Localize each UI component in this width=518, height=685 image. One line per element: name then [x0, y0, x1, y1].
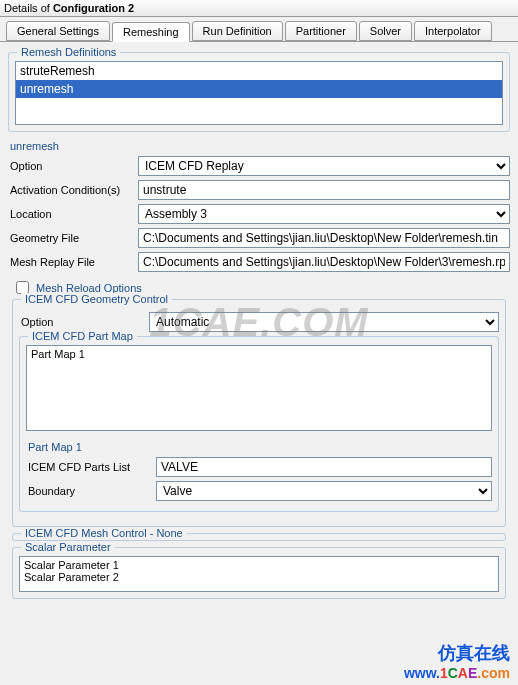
remeshing-panel: Remesh Definitions struteRemesh unremesh… — [0, 42, 518, 613]
parts-list-label: ICEM CFD Parts List — [26, 461, 156, 473]
parts-list-row: ICEM CFD Parts List — [26, 457, 492, 477]
part-map-subsection-title: Part Map 1 — [28, 441, 492, 453]
location-select[interactable]: Assembly 3 — [138, 204, 510, 224]
mesh-reload-label: Mesh Reload Options — [36, 282, 142, 294]
tab-remeshing[interactable]: Remeshing — [112, 22, 190, 42]
activation-row: Activation Condition(s) — [8, 180, 510, 200]
tab-solver[interactable]: Solver — [359, 21, 412, 41]
location-label: Location — [8, 208, 138, 220]
list-item[interactable]: Scalar Parameter 2 — [24, 571, 494, 583]
footer-brand: 仿真在线 www.1CAE.com — [404, 641, 510, 681]
geometry-file-row: Geometry File — [8, 228, 510, 248]
remesh-definitions-legend: Remesh Definitions — [17, 46, 120, 58]
part-map-legend: ICEM CFD Part Map — [28, 330, 137, 342]
unremesh-section-title: unremesh — [10, 140, 510, 152]
geometry-file-input[interactable] — [138, 228, 510, 248]
tab-run-definition[interactable]: Run Definition — [192, 21, 283, 41]
part-map-group: ICEM CFD Part Map Part Map 1 Part Map 1 … — [19, 336, 499, 512]
activation-label: Activation Condition(s) — [8, 184, 138, 196]
mesh-control-legend: ICEM CFD Mesh Control - None — [21, 527, 187, 539]
activation-input[interactable] — [138, 180, 510, 200]
boundary-row: Boundary Valve — [26, 481, 492, 501]
scalar-parameter-list[interactable]: Scalar Parameter 1 Scalar Parameter 2 — [19, 556, 499, 592]
geom-option-label: Option — [19, 316, 149, 328]
list-item[interactable]: Scalar Parameter 1 — [24, 559, 494, 571]
geometry-file-label: Geometry File — [8, 232, 138, 244]
boundary-select[interactable]: Valve — [156, 481, 492, 501]
mesh-control-group: ICEM CFD Mesh Control - None — [12, 533, 506, 541]
option-label: Option — [8, 160, 138, 172]
list-item[interactable]: struteRemesh — [16, 62, 502, 80]
mesh-replay-file-row: Mesh Replay File — [8, 252, 510, 272]
title-bar: Details of Configuration 2 — [0, 0, 518, 17]
title-prefix: Details of — [4, 2, 53, 14]
option-select[interactable]: ICEM CFD Replay — [138, 156, 510, 176]
brand-cn: 仿真在线 — [404, 641, 510, 665]
tab-partitioner[interactable]: Partitioner — [285, 21, 357, 41]
list-item[interactable]: unremesh — [16, 80, 502, 98]
brand-url: www.1CAE.com — [404, 665, 510, 681]
scalar-parameter-group: Scalar Parameter Scalar Parameter 1 Scal… — [12, 547, 506, 599]
tab-general-settings[interactable]: General Settings — [6, 21, 110, 41]
geometry-control-legend: ICEM CFD Geometry Control — [21, 293, 172, 305]
part-map-list[interactable]: Part Map 1 — [26, 345, 492, 431]
boundary-label: Boundary — [26, 485, 156, 497]
geom-option-select[interactable]: Automatic — [149, 312, 499, 332]
mesh-replay-file-input[interactable] — [138, 252, 510, 272]
scalar-parameter-legend: Scalar Parameter — [21, 541, 115, 553]
location-row: Location Assembly 3 — [8, 204, 510, 224]
parts-list-input[interactable] — [156, 457, 492, 477]
title-config: Configuration 2 — [53, 2, 134, 14]
list-item[interactable]: Part Map 1 — [31, 348, 487, 360]
geom-option-row: Option Automatic — [19, 312, 499, 332]
mesh-replay-file-label: Mesh Replay File — [8, 256, 138, 268]
remesh-definitions-group: Remesh Definitions struteRemesh unremesh — [8, 52, 510, 132]
geometry-control-group: ICEM CFD Geometry Control Option Automat… — [12, 299, 506, 527]
option-row: Option ICEM CFD Replay — [8, 156, 510, 176]
tab-strip: General Settings Remeshing Run Definitio… — [0, 17, 518, 42]
remesh-definitions-list[interactable]: struteRemesh unremesh — [15, 61, 503, 125]
tab-interpolator[interactable]: Interpolator — [414, 21, 492, 41]
